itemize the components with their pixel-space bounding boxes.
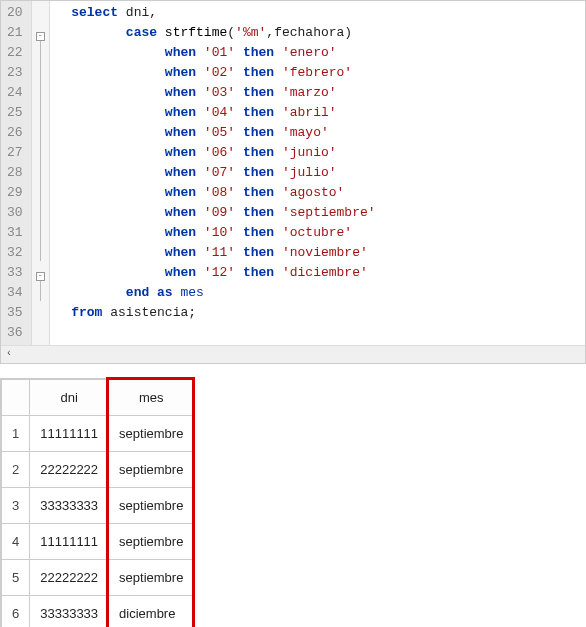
token-str: 'noviembre' [282, 245, 368, 260]
token-kw: when [71, 65, 196, 80]
fold-cell[interactable] [32, 121, 49, 141]
table-row[interactable]: 333333333septiembre [2, 488, 194, 524]
code-line[interactable]: from asistencia; [56, 303, 585, 323]
code-line[interactable]: when '11' then 'noviembre' [56, 243, 585, 263]
fold-collapse-icon[interactable]: - [36, 32, 45, 41]
row-number-header [2, 380, 30, 416]
cell-mes[interactable]: septiembre [109, 488, 194, 524]
table-row[interactable]: 633333333diciembre [2, 596, 194, 628]
token-id: , [266, 25, 274, 40]
code-line[interactable]: when '04' then 'abril' [56, 103, 585, 123]
fold-column[interactable]: -- [32, 1, 50, 345]
cell-mes[interactable]: septiembre [109, 452, 194, 488]
token-str: 'septiembre' [282, 205, 376, 220]
fold-cell[interactable] [32, 81, 49, 101]
token-kw: when [71, 245, 196, 260]
token-id [235, 125, 243, 140]
code-line[interactable]: when '01' then 'enero' [56, 43, 585, 63]
line-number: 27 [7, 143, 23, 163]
token-id: ) [344, 25, 352, 40]
code-line[interactable]: end as mes [56, 283, 585, 303]
table-row[interactable]: 111111111septiembre [2, 416, 194, 452]
column-header-dni[interactable]: dni [30, 380, 109, 416]
fold-cell[interactable] [32, 61, 49, 81]
cell-dni[interactable]: 22222222 [30, 560, 109, 596]
table-row[interactable]: 411111111septiembre [2, 524, 194, 560]
token-id [235, 45, 243, 60]
fold-cell[interactable] [32, 281, 49, 301]
code-line[interactable]: when '10' then 'octubre' [56, 223, 585, 243]
fold-cell[interactable] [32, 161, 49, 181]
fold-collapse-icon[interactable]: - [36, 272, 45, 281]
token-kw: then [243, 185, 274, 200]
token-id [274, 165, 282, 180]
line-number: 29 [7, 183, 23, 203]
code-line[interactable]: when '12' then 'diciembre' [56, 263, 585, 283]
code-line[interactable]: when '09' then 'septiembre' [56, 203, 585, 223]
horizontal-scrollbar[interactable]: ‹ [1, 345, 585, 363]
code-line[interactable]: when '06' then 'junio' [56, 143, 585, 163]
fold-cell[interactable] [32, 321, 49, 341]
line-number: 23 [7, 63, 23, 83]
token-id [196, 205, 204, 220]
fold-cell[interactable] [32, 181, 49, 201]
code-area[interactable]: select dni, case strftime('%m',fechahora… [50, 1, 585, 345]
cell-mes[interactable]: diciembre [109, 596, 194, 628]
fold-cell[interactable] [32, 101, 49, 121]
table-row[interactable]: 222222222septiembre [2, 452, 194, 488]
cell-dni[interactable]: 22222222 [30, 452, 109, 488]
code-line[interactable]: when '05' then 'mayo' [56, 123, 585, 143]
row-number: 6 [2, 596, 30, 628]
code-line[interactable]: when '03' then 'marzo' [56, 83, 585, 103]
code-line[interactable]: case strftime('%m',fechahora) [56, 23, 585, 43]
cell-mes[interactable]: septiembre [109, 560, 194, 596]
token-kw: then [243, 205, 274, 220]
code-line[interactable]: when '08' then 'agosto' [56, 183, 585, 203]
column-header-mes[interactable]: mes [109, 380, 194, 416]
code-editor[interactable]: 2021222324252627282930313233343536 -- se… [0, 0, 586, 364]
token-id [235, 185, 243, 200]
cell-dni[interactable]: 33333333 [30, 488, 109, 524]
token-str: '05' [204, 125, 235, 140]
scroll-left-arrow-icon[interactable]: ‹ [1, 347, 17, 363]
token-kw: when [71, 165, 196, 180]
fold-cell[interactable] [32, 201, 49, 221]
code-line[interactable]: select dni, [56, 3, 585, 23]
code-line[interactable]: when '02' then 'febrero' [56, 63, 585, 83]
token-kw: when [71, 145, 196, 160]
token-kw: then [243, 125, 274, 140]
fold-cell[interactable] [32, 241, 49, 261]
fold-cell[interactable]: - [32, 21, 49, 41]
token-kw: then [243, 65, 274, 80]
cell-mes[interactable]: septiembre [109, 416, 194, 452]
cell-dni[interactable]: 33333333 [30, 596, 109, 628]
cell-dni[interactable]: 11111111 [30, 524, 109, 560]
cell-mes[interactable]: septiembre [109, 524, 194, 560]
fold-cell[interactable] [32, 141, 49, 161]
token-kw: when [71, 125, 196, 140]
table-row[interactable]: 522222222septiembre [2, 560, 194, 596]
token-id [196, 265, 204, 280]
line-number: 35 [7, 303, 23, 323]
token-kw: when [71, 225, 196, 240]
fold-cell[interactable] [32, 301, 49, 321]
token-kw: then [243, 105, 274, 120]
token-id [274, 205, 282, 220]
code-line[interactable]: when '07' then 'julio' [56, 163, 585, 183]
code-line[interactable] [56, 323, 585, 343]
cell-dni[interactable]: 11111111 [30, 416, 109, 452]
token-str: '%m' [235, 25, 266, 40]
token-kw: when [71, 205, 196, 220]
token-kw: then [243, 225, 274, 240]
line-number: 25 [7, 103, 23, 123]
line-number: 31 [7, 223, 23, 243]
token-id [274, 245, 282, 260]
results-grid[interactable]: dnimes111111111septiembre222222222septie… [0, 378, 195, 627]
token-id [274, 265, 282, 280]
fold-cell[interactable] [32, 221, 49, 241]
fold-cell[interactable] [32, 1, 49, 21]
token-kw: then [243, 45, 274, 60]
token-id [235, 225, 243, 240]
fold-cell[interactable] [32, 41, 49, 61]
fold-cell[interactable]: - [32, 261, 49, 281]
